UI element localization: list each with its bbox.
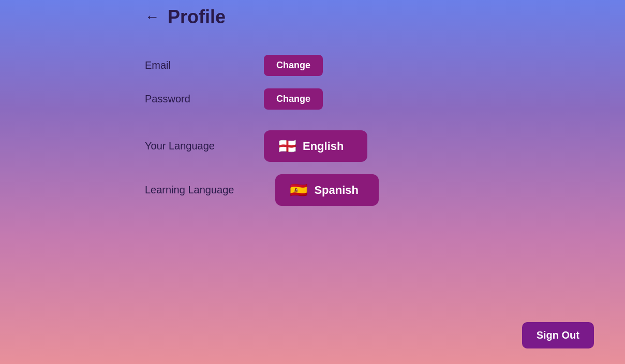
learning-language-value: Spanish [314, 184, 359, 197]
password-change-button[interactable]: Change [264, 88, 323, 110]
learning-language-label: Learning Language [145, 184, 234, 196]
your-language-label: Your Language [145, 140, 222, 152]
email-row: Email Change [145, 55, 480, 76]
sign-out-button[interactable]: Sign Out [522, 322, 594, 348]
back-button[interactable]: ← [145, 9, 159, 25]
password-label: Password [145, 93, 222, 105]
your-language-value: English [303, 140, 344, 153]
page-title: Profile [168, 6, 226, 28]
email-change-button[interactable]: Change [264, 55, 323, 76]
learning-language-button[interactable]: 🇪🇸 Spanish [275, 174, 379, 206]
your-language-button[interactable]: 🏴󠁧󠁢󠁥󠁮󠁧󠁿 English [264, 130, 367, 162]
password-row: Password Change [145, 88, 480, 110]
english-flag-icon: 🏴󠁧󠁢󠁥󠁮󠁧󠁿 [278, 138, 296, 155]
spanish-flag-icon: 🇪🇸 [290, 181, 308, 199]
learning-language-row: Learning Language 🇪🇸 Spanish [145, 174, 480, 206]
email-label: Email [145, 59, 222, 71]
your-language-row: Your Language 🏴󠁧󠁢󠁥󠁮󠁧󠁿 English [145, 130, 480, 162]
